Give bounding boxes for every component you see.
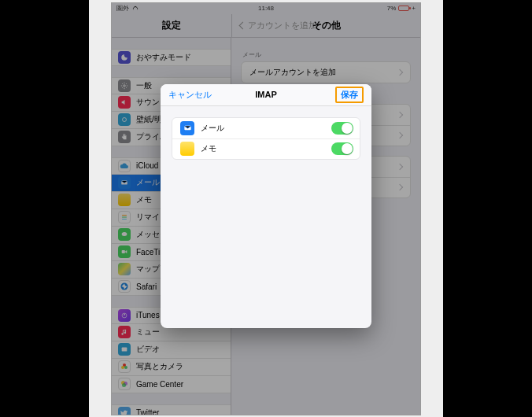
toggle-row-notes: メモ [172, 138, 360, 159]
imap-modal: キャンセル IMAP 保存 メール [161, 84, 371, 328]
toggle-label: メモ [201, 143, 216, 154]
modal-header: キャンセル IMAP 保存 [161, 84, 371, 106]
toggle-row-mail: メール [172, 118, 360, 138]
mail-toggle[interactable] [331, 122, 353, 135]
modal-overlay: キャンセル IMAP 保存 メール [112, 3, 420, 415]
notes-toggle[interactable] [331, 142, 353, 155]
save-button[interactable]: 保存 [335, 87, 364, 103]
cancel-button[interactable]: キャンセル [168, 89, 212, 101]
notes-icon [180, 142, 194, 156]
mail-icon [180, 121, 194, 135]
toggle-label: メール [201, 123, 224, 134]
